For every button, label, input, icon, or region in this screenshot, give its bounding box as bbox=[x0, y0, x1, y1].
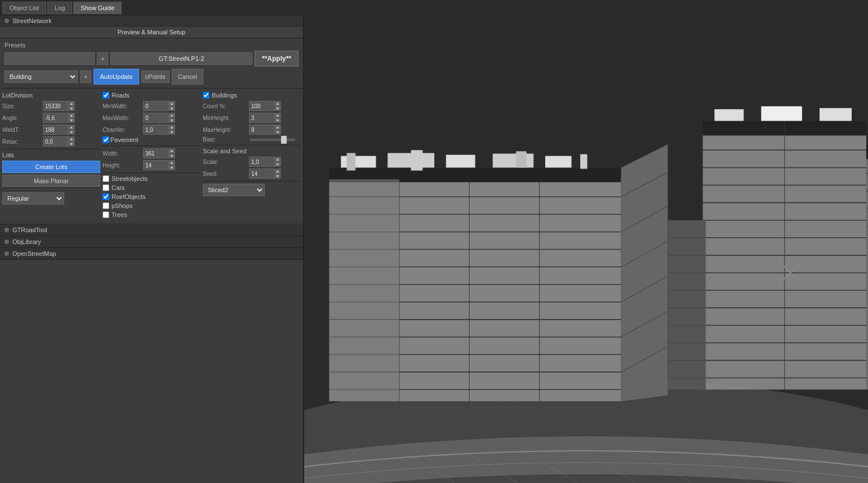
minheight-input[interactable]: 3 bbox=[249, 113, 274, 123]
apply-btn[interactable]: **Apply** bbox=[255, 51, 299, 67]
roofobjects-checkbox[interactable] bbox=[103, 193, 109, 200]
weld-down[interactable]: ▼ bbox=[68, 130, 75, 135]
svg-rect-52 bbox=[761, 107, 802, 121]
presets-row-2: Building + AutoUpdate cPoints Cancel bbox=[5, 69, 299, 85]
make-planar-btn[interactable]: Make Planar bbox=[2, 175, 100, 187]
minheight-up[interactable]: ▲ bbox=[274, 113, 281, 118]
gtroad-header[interactable]: GTRoadTool bbox=[0, 224, 303, 236]
pshops-checkbox[interactable] bbox=[103, 202, 109, 209]
svg-marker-27 bbox=[621, 144, 668, 401]
maxwidth-row: MaxWidth: 0 ▲ ▼ bbox=[103, 113, 201, 123]
seed-label: Seed: bbox=[203, 171, 248, 177]
count-row: Count %: 100 ▲ ▼ bbox=[203, 101, 301, 111]
dropdown-plus-btn[interactable]: + bbox=[80, 70, 91, 83]
left-panel: StreetNetwork Preview & Manual Setup Pre… bbox=[0, 16, 304, 483]
maxwidth-down[interactable]: ▼ bbox=[168, 118, 175, 123]
bias-slider[interactable] bbox=[250, 139, 295, 141]
tab-show-guide[interactable]: Show Guide bbox=[73, 2, 122, 14]
svg-rect-53 bbox=[820, 108, 852, 121]
presets-text-input[interactable] bbox=[5, 52, 95, 65]
scale-field: 1,0 ▲ ▼ bbox=[249, 157, 281, 167]
count-input[interactable]: 100 bbox=[249, 101, 274, 111]
cpoints-btn[interactable]: cPoints bbox=[141, 70, 170, 83]
relax-up[interactable]: ▲ bbox=[68, 136, 75, 141]
road-width-up[interactable]: ▲ bbox=[168, 148, 175, 153]
lot-division-header: LotDivision bbox=[2, 92, 100, 99]
gt-label: GT:StreetN.P1-2 bbox=[110, 52, 252, 65]
minwidth-down[interactable]: ▼ bbox=[168, 106, 175, 111]
road-width-input[interactable]: 361 bbox=[143, 148, 168, 158]
cancel-btn[interactable]: Cancel bbox=[172, 69, 203, 85]
chamfer-input[interactable]: 1,0 bbox=[143, 125, 168, 135]
roads-checkbox[interactable] bbox=[103, 92, 109, 99]
relax-down[interactable]: ▼ bbox=[68, 141, 75, 147]
scale-up[interactable]: ▲ bbox=[274, 157, 281, 162]
sliced-dropdown[interactable]: Sliced2 bbox=[203, 184, 265, 196]
chamfer-down[interactable]: ▼ bbox=[168, 130, 175, 135]
angle-field: -5,6 ▲ ▼ bbox=[43, 113, 75, 123]
building-dropdown[interactable]: Building bbox=[5, 70, 78, 83]
scale-down[interactable]: ▼ bbox=[274, 162, 281, 167]
relax-field: 0,0 ▲ ▼ bbox=[43, 136, 75, 147]
size-down[interactable]: ▼ bbox=[68, 106, 75, 111]
seed-input[interactable]: 14 bbox=[249, 169, 274, 179]
streetobjects-checkbox[interactable] bbox=[103, 175, 109, 182]
seed-field: 14 ▲ ▼ bbox=[249, 169, 281, 179]
openstreetmap-header[interactable]: OpenStreetMap bbox=[0, 248, 303, 259]
create-lots-btn[interactable]: Create Lots bbox=[2, 161, 100, 173]
size-label: Size: bbox=[2, 103, 42, 109]
angle-down[interactable]: ▼ bbox=[68, 118, 75, 123]
maxwidth-input[interactable]: 0 bbox=[143, 113, 168, 123]
road-width-down[interactable]: ▼ bbox=[168, 153, 175, 158]
chamfer-up[interactable]: ▲ bbox=[168, 125, 175, 130]
size-input[interactable]: 15330 bbox=[43, 101, 68, 111]
bias-label: Bias: bbox=[203, 136, 248, 143]
seed-up[interactable]: ▲ bbox=[274, 169, 281, 174]
gtroad-panel: GTRoadTool bbox=[0, 224, 303, 236]
objlibrary-header[interactable]: ObjLibrary bbox=[0, 236, 303, 247]
maxheight-down[interactable]: ▼ bbox=[274, 130, 281, 135]
svg-rect-56 bbox=[668, 220, 706, 390]
main-layout: StreetNetwork Preview & Manual Setup Pre… bbox=[0, 16, 868, 483]
pavement-label: Pavement bbox=[110, 136, 139, 143]
count-up[interactable]: ▲ bbox=[274, 101, 281, 106]
road-height-down[interactable]: ▼ bbox=[168, 165, 175, 170]
size-up[interactable]: ▲ bbox=[68, 101, 75, 106]
pavement-checkbox[interactable] bbox=[103, 136, 109, 143]
buildings-checkbox[interactable] bbox=[203, 92, 210, 99]
weld-input[interactable]: 188 bbox=[43, 125, 68, 135]
streetobjects-row: Streetobjects bbox=[103, 175, 201, 182]
trees-checkbox[interactable] bbox=[103, 211, 109, 218]
maxheight-up[interactable]: ▲ bbox=[274, 125, 281, 130]
minwidth-up[interactable]: ▲ bbox=[168, 101, 175, 106]
maxwidth-up[interactable]: ▲ bbox=[168, 113, 175, 118]
params-section: LotDivision Size: 15330 ▲ ▼ Angle: bbox=[0, 88, 303, 224]
road-height-up[interactable]: ▲ bbox=[168, 160, 175, 165]
angle-input[interactable]: -5,6 bbox=[43, 113, 68, 123]
minwidth-input[interactable]: 0 bbox=[143, 101, 168, 111]
road-height-input[interactable]: 14 bbox=[143, 160, 168, 170]
weld-row: WeldT: 188 ▲ ▼ bbox=[2, 125, 100, 135]
relax-input[interactable]: 0,0 bbox=[43, 136, 68, 147]
weld-up[interactable]: ▲ bbox=[68, 125, 75, 130]
presets-add-btn[interactable]: + bbox=[97, 52, 108, 65]
size-row: Size: 15330 ▲ ▼ bbox=[2, 101, 100, 111]
street-objects-col: Streetobjects Cars RoefObjects pShops bbox=[103, 175, 201, 218]
minheight-down[interactable]: ▼ bbox=[274, 118, 281, 123]
tab-object-list[interactable]: Object List bbox=[2, 2, 46, 14]
chamfer-label: Chamfer: bbox=[103, 127, 142, 133]
cars-checkbox[interactable] bbox=[103, 184, 109, 191]
count-down[interactable]: ▼ bbox=[274, 106, 281, 111]
tab-log[interactable]: Log bbox=[47, 2, 72, 14]
angle-up[interactable]: ▲ bbox=[68, 113, 75, 118]
3d-viewport[interactable]: Verts: 303 346 FPS: 64.130 bbox=[304, 16, 868, 483]
maxheight-input[interactable]: 8 bbox=[249, 125, 274, 135]
scale-input[interactable]: 1,0 bbox=[249, 157, 274, 167]
panel-header: StreetNetwork bbox=[0, 16, 303, 26]
svg-rect-83 bbox=[580, 154, 587, 169]
openstreetmap-dot bbox=[5, 251, 9, 256]
seed-down[interactable]: ▼ bbox=[274, 174, 281, 179]
autoupdate-btn[interactable]: AutoUpdate bbox=[94, 69, 139, 85]
presets-label: Presets bbox=[5, 42, 299, 48]
regular-dropdown[interactable]: Regular bbox=[2, 192, 64, 205]
